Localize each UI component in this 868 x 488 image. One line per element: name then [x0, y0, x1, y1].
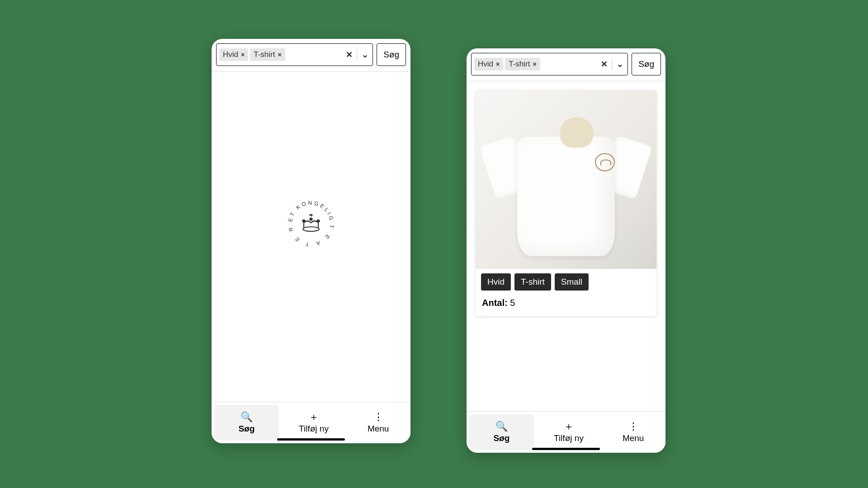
search-field[interactable]: Hvid × T-shirt × ✕ ⌄ — [471, 53, 628, 75]
product-tags: Hvid T-shirt Small — [476, 269, 656, 293]
product-tag[interactable]: T-shirt — [514, 273, 551, 291]
chip-remove-icon[interactable]: × — [278, 51, 281, 58]
tab-menu[interactable]: ⋮ Menu — [346, 402, 410, 443]
chip-remove-icon[interactable]: × — [241, 51, 245, 58]
product-image — [476, 90, 656, 269]
tab-add[interactable]: ＋ Tilføj ny — [537, 412, 601, 453]
svg-point-4 — [310, 218, 312, 220]
chip-label: T-shirt — [254, 50, 275, 59]
chip-label: Hvid — [478, 60, 493, 69]
svg-text:T E A T E R: T E A T E R — [287, 224, 335, 248]
count-label: Antal: — [482, 298, 508, 308]
kebab-icon: ⋮ — [373, 412, 383, 422]
chip-remove-icon[interactable]: × — [533, 61, 536, 68]
tab-label: Søg — [493, 433, 509, 443]
brand-logo: DET KONGELIGE T E A T E R — [284, 197, 338, 251]
plus-icon: ＋ — [309, 412, 319, 422]
product-tag[interactable]: Small — [555, 273, 589, 291]
search-bar: Hvid × T-shirt × ✕ ⌄ Søg — [467, 48, 665, 81]
count-value: 5 — [510, 298, 515, 308]
divider — [357, 49, 357, 61]
svg-point-2 — [303, 227, 319, 231]
home-indicator — [277, 438, 345, 441]
bottom-nav: 🔍 Søg ＋ Tilføj ny ⋮ Menu — [467, 411, 665, 453]
svg-point-3 — [303, 220, 305, 222]
tab-add[interactable]: ＋ Tilføj ny — [282, 402, 346, 443]
tab-label: Tilføj ny — [299, 424, 329, 434]
chevron-down-icon[interactable]: ⌄ — [360, 50, 370, 60]
tab-label: Tilføj ny — [554, 433, 584, 443]
tab-search[interactable]: 🔍 Søg — [214, 405, 279, 441]
tab-label: Menu — [368, 424, 389, 434]
search-icon: 🔍 — [495, 422, 508, 432]
filter-chip-tshirt[interactable]: T-shirt × — [505, 58, 540, 70]
tab-search[interactable]: 🔍 Søg — [469, 414, 534, 450]
product-card[interactable]: Hvid T-shirt Small Antal: 5 — [476, 90, 656, 316]
search-button[interactable]: Søg — [632, 53, 661, 75]
phone-mock-empty: Hvid × T-shirt × ✕ ⌄ Søg DET KONGELIGE — [212, 39, 410, 443]
product-count: Antal: 5 — [476, 293, 656, 316]
search-bar: Hvid × T-shirt × ✕ ⌄ Søg — [212, 39, 410, 72]
phone-mock-result: Hvid × T-shirt × ✕ ⌄ Søg — [467, 48, 665, 453]
filter-chip-hvid[interactable]: Hvid × — [219, 48, 248, 61]
chip-label: T-shirt — [509, 60, 530, 69]
kebab-icon: ⋮ — [628, 422, 638, 432]
filter-chip-hvid[interactable]: Hvid × — [474, 58, 503, 70]
clear-icon[interactable]: ✕ — [599, 59, 609, 69]
chip-remove-icon[interactable]: × — [496, 61, 500, 68]
logo-badge-icon — [595, 153, 615, 171]
search-icon: 🔍 — [241, 412, 253, 422]
tab-menu[interactable]: ⋮ Menu — [601, 412, 665, 453]
filter-chip-tshirt[interactable]: T-shirt × — [250, 48, 285, 61]
search-button[interactable]: Søg — [377, 43, 406, 66]
svg-point-5 — [317, 220, 320, 222]
tab-label: Menu — [623, 433, 644, 443]
chip-label: Hvid — [223, 50, 238, 59]
home-indicator — [532, 448, 600, 450]
tab-label: Søg — [238, 424, 255, 434]
clear-icon[interactable]: ✕ — [344, 50, 354, 60]
content-results: Hvid T-shirt Small Antal: 5 — [467, 81, 665, 411]
search-field[interactable]: Hvid × T-shirt × ✕ ⌄ — [216, 43, 373, 66]
divider — [612, 58, 612, 70]
content-empty: DET KONGELIGE T E A T E R — [212, 72, 410, 402]
chevron-down-icon[interactable]: ⌄ — [615, 59, 625, 69]
plus-icon: ＋ — [564, 422, 574, 432]
product-tag[interactable]: Hvid — [481, 273, 511, 291]
bottom-nav: 🔍 Søg ＋ Tilføj ny ⋮ Menu — [212, 402, 410, 443]
crown-icon — [303, 214, 320, 231]
